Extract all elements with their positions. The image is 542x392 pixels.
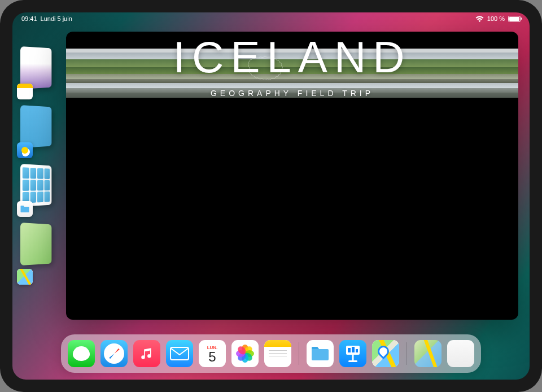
notes-icon — [17, 84, 33, 99]
status-date: Lundi 5 juin — [41, 15, 72, 22]
ipad-screen: 09:41 Lundi 5 juin 100 % — [12, 12, 530, 380]
stage-app-weather[interactable] — [20, 105, 56, 155]
stage-manager-sidebar — [20, 46, 56, 272]
dock-music[interactable] — [133, 340, 160, 367]
dock: LUN. 5 — [61, 334, 481, 373]
dock-keynote[interactable] — [339, 340, 366, 367]
dock-maps[interactable] — [372, 340, 399, 367]
weather-icon — [17, 142, 33, 158]
dock-notes[interactable] — [264, 340, 291, 367]
dock-safari[interactable] — [100, 340, 128, 367]
battery-percent: 100 % — [487, 15, 505, 22]
files-icon — [17, 201, 33, 217]
battery-icon — [508, 16, 521, 22]
svg-rect-0 — [171, 347, 189, 360]
maps-icon — [17, 269, 33, 285]
dock-divider-2 — [406, 342, 407, 365]
photos-icon — [235, 344, 255, 363]
status-bar: 09:41 Lundi 5 juin 100 % — [12, 12, 530, 25]
stage-app-maps[interactable] — [20, 223, 56, 272]
svg-rect-6 — [356, 349, 358, 352]
ipad-device-frame: 09:41 Lundi 5 juin 100 % — [0, 0, 542, 392]
wifi-icon — [475, 16, 484, 22]
dock-mail[interactable] — [166, 340, 193, 367]
svg-rect-4 — [348, 348, 351, 352]
keynote-window[interactable]: ICELAND GEOGRAPHY FIELD TRIP — [66, 32, 518, 320]
svg-rect-3 — [348, 360, 357, 362]
stage-app-notes[interactable] — [20, 46, 56, 96]
slide-title: ICELAND — [173, 32, 411, 83]
stage-app-files[interactable] — [20, 164, 56, 214]
svg-rect-2 — [352, 355, 354, 360]
dock-photos[interactable] — [231, 340, 259, 367]
dock-files[interactable] — [307, 340, 334, 367]
dock-calendar[interactable]: LUN. 5 — [199, 340, 226, 367]
dock-suggested-shortcuts[interactable] — [447, 340, 474, 367]
slide-subtitle: GEOGRAPHY FIELD TRIP — [211, 89, 374, 98]
dock-suggested-maps[interactable] — [414, 340, 442, 367]
presentation-slide: ICELAND GEOGRAPHY FIELD TRIP — [66, 49, 518, 98]
calendar-day-number: 5 — [208, 350, 216, 364]
maps-icon — [372, 340, 399, 367]
dock-messages[interactable] — [68, 340, 95, 367]
dock-divider — [299, 342, 299, 365]
status-time: 09:41 — [21, 15, 37, 22]
svg-rect-5 — [352, 347, 355, 352]
